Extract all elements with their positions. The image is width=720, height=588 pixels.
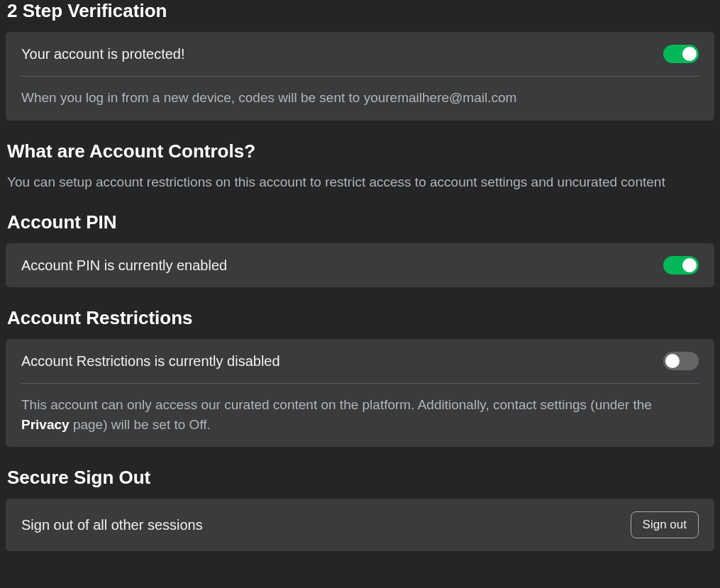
card-account-restrictions: Account Restrictions is currently disabl… <box>6 339 714 447</box>
card-two-step-verification: Your account is protected! When you log … <box>6 32 714 121</box>
heading-two-step-verification: 2 Step Verification <box>6 0 714 22</box>
account-restrictions-status-text: Account Restrictions is currently disabl… <box>21 353 280 370</box>
two-step-toggle[interactable] <box>663 45 699 63</box>
toggle-knob-icon <box>665 354 680 368</box>
sign-out-button[interactable]: Sign out <box>631 511 699 538</box>
divider <box>21 76 699 77</box>
heading-account-restrictions: Account Restrictions <box>6 307 714 329</box>
account-controls-description: You can setup account restrictions on th… <box>6 172 714 192</box>
card-account-pin: Account PIN is currently enabled <box>6 243 714 287</box>
card-secure-sign-out: Sign out of all other sessions Sign out <box>6 499 714 551</box>
account-restrictions-description-suffix: page) will be set to Off. <box>70 417 211 432</box>
heading-account-controls: What are Account Controls? <box>6 140 714 162</box>
toggle-knob-icon <box>682 47 697 61</box>
account-restrictions-toggle[interactable] <box>663 352 699 370</box>
heading-secure-sign-out: Secure Sign Out <box>6 467 714 489</box>
account-pin-toggle[interactable] <box>663 256 699 274</box>
account-pin-status-text: Account PIN is currently enabled <box>21 257 227 274</box>
two-step-status-text: Your account is protected! <box>21 46 185 62</box>
divider <box>21 383 699 384</box>
two-step-description: When you log in from a new device, codes… <box>21 88 699 108</box>
toggle-knob-icon <box>682 258 697 272</box>
account-restrictions-description: This account can only access our curated… <box>21 395 699 434</box>
account-restrictions-description-prefix: This account can only access our curated… <box>21 397 652 412</box>
heading-account-pin: Account PIN <box>6 211 714 233</box>
secure-sign-out-text: Sign out of all other sessions <box>21 517 203 533</box>
privacy-link[interactable]: Privacy <box>21 417 70 432</box>
